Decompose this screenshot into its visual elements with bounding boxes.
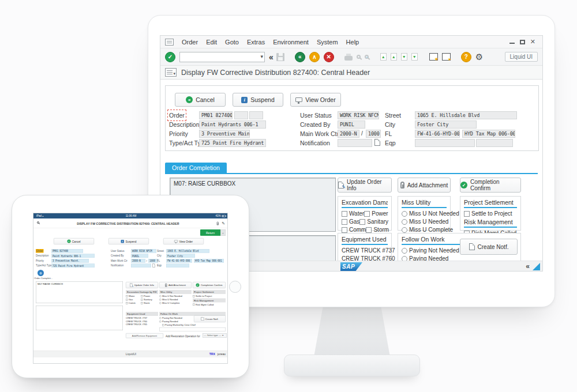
enter-icon[interactable]: ✓ xyxy=(165,52,175,62)
notification-doc-icon[interactable] xyxy=(152,264,155,267)
view-order-button[interactable]: View Order xyxy=(163,238,204,244)
checkbox-sanitary[interactable]: Sanitary xyxy=(359,218,388,225)
exit-icon[interactable]: ∧ xyxy=(309,52,320,62)
last-page-icon[interactable]: ▼ xyxy=(411,53,418,61)
user-status-field[interactable]: WORK RISK NFCM xyxy=(338,111,379,119)
radio-miss-u-complete[interactable]: Miss U Complete xyxy=(402,227,453,233)
city-field[interactable]: Foster City xyxy=(415,120,477,129)
menu-order[interactable]: Order xyxy=(182,39,198,46)
shortcut-icon[interactable]: ▸ xyxy=(442,53,451,61)
type-act-field[interactable]: 725 Paint Fire Hydrant xyxy=(51,264,95,268)
menu-environment[interactable]: Environment xyxy=(273,39,309,46)
menu-help[interactable]: Help xyxy=(346,39,359,46)
eqp-field-2[interactable] xyxy=(476,139,513,147)
cancel-button[interactable]: « Cancel xyxy=(54,238,94,244)
created-by-field[interactable]: PUNIL xyxy=(338,120,365,129)
created-by-field[interactable]: PUNIL xyxy=(131,254,148,258)
print-icon[interactable] xyxy=(344,56,353,61)
minimize-icon[interactable] xyxy=(509,39,515,44)
checkbox-comm[interactable]: Comm xyxy=(126,302,141,305)
main-work-ctr-field[interactable]: 2000-N xyxy=(131,259,145,263)
menu-system[interactable]: System xyxy=(317,39,338,46)
home-button[interactable] xyxy=(229,281,241,293)
checkbox-power[interactable]: Power xyxy=(364,210,388,217)
priority-field[interactable]: 3 Preventive Maint. xyxy=(199,130,250,138)
checkbox-sanitary[interactable]: Sanitary xyxy=(141,299,152,301)
pencil-icon[interactable]: ✎ xyxy=(222,221,225,226)
fl-field-1[interactable]: FW-41-66-HYD-006 xyxy=(166,259,192,263)
add-attachment-button[interactable]: Add Attachment xyxy=(398,178,451,193)
fl-field-2[interactable]: HYD Tax Map 006-001 xyxy=(194,259,224,263)
cancel-button[interactable]: « Cancel xyxy=(175,93,226,107)
type-act-field[interactable]: 725 Paint Fire Hydrant xyxy=(199,139,266,147)
checkbox-water[interactable]: Water xyxy=(342,210,364,217)
maximize-icon[interactable] xyxy=(520,40,525,44)
suspend-button[interactable]: i Suspend xyxy=(233,93,283,107)
checkbox-storm[interactable]: Storm xyxy=(366,227,389,233)
paperclip-icon[interactable] xyxy=(217,222,219,225)
menu-edit[interactable]: Edit xyxy=(206,39,217,46)
tab-order-completion[interactable]: ⚙ xyxy=(38,270,44,276)
resize-grip-icon[interactable] xyxy=(533,263,540,270)
order-extra-field-2[interactable] xyxy=(249,111,263,119)
screen-menu-icon[interactable]: ▾ xyxy=(165,68,177,77)
return-button[interactable]: Return xyxy=(200,229,220,236)
back-icon[interactable]: « xyxy=(295,52,305,62)
first-page-icon[interactable]: ▲ xyxy=(380,53,387,61)
checkbox-gas[interactable]: Gas xyxy=(342,218,359,225)
add-remove-equipment-button[interactable]: Add/Remove Equipment xyxy=(126,333,163,338)
search-icon[interactable] xyxy=(37,221,39,224)
close-icon[interactable]: ✕ xyxy=(530,39,535,44)
checkbox-water[interactable]: Water xyxy=(126,295,141,298)
notification-field[interactable] xyxy=(131,264,151,268)
update-order-info-button[interactable]: ✎ Update Order Info xyxy=(338,178,392,193)
user-status-field[interactable]: WORK RISK NFCM xyxy=(131,249,156,253)
checkbox-risk-mgmt-called[interactable]: Risk Mgmt Called xyxy=(193,303,213,306)
order-extra-field-1[interactable] xyxy=(234,111,248,119)
checkbox-settle-to-project[interactable]: Settle to Project xyxy=(464,210,512,217)
new-session-icon[interactable]: ★ xyxy=(429,53,438,61)
find-icon[interactable] xyxy=(357,55,361,59)
gear-icon[interactable]: ⚙ xyxy=(475,52,483,61)
priority-field[interactable]: 3 Preventive Maint. xyxy=(51,259,89,263)
return-chevron-icon[interactable]: ‹ xyxy=(220,229,226,236)
liquid-ui-badge[interactable]: Liquid UI xyxy=(505,52,538,62)
checkbox-power[interactable]: Power xyxy=(141,295,150,298)
page-down-icon[interactable]: ▼ xyxy=(401,53,407,61)
notification-doc-icon[interactable] xyxy=(374,139,380,146)
radio-miss-u-not-needed[interactable]: Miss U Not Needed xyxy=(159,295,182,298)
checkbox-comm[interactable]: Comm xyxy=(342,227,366,233)
secondary-note-box[interactable] xyxy=(36,306,123,330)
order-field[interactable]: PM01 827400 xyxy=(199,111,233,119)
fl-field-2[interactable]: HYD Tax Map 006-001 xyxy=(462,130,515,138)
notification-field[interactable] xyxy=(338,139,372,147)
main-work-ctr-field-2[interactable]: 1000 xyxy=(366,130,381,138)
select-type-dropdown[interactable]: ---- Select type ---- ▾ xyxy=(203,333,227,338)
completion-confirm-button[interactable]: ✓ Completion Confirm xyxy=(460,178,521,193)
radio-paving-not-needed[interactable]: Paving Not Needed xyxy=(402,247,459,254)
street-field[interactable]: 1065 E. Hillsdale Blvd xyxy=(166,249,209,253)
checkbox-storm[interactable]: Storm xyxy=(141,302,150,305)
create-notf-button[interactable]: Create Notf. xyxy=(194,315,226,322)
eqp-field-1[interactable] xyxy=(415,139,475,147)
page-up-icon[interactable]: ▲ xyxy=(391,53,397,61)
street-field[interactable]: 1065 E. Hillsdale Blvd xyxy=(415,111,517,119)
completion-confirm-button[interactable]: ✓ Completion Confirm xyxy=(193,282,226,288)
description-field[interactable]: Paint Hydrants 006-1 xyxy=(199,120,266,129)
menu-goto[interactable]: Goto xyxy=(225,39,239,46)
order-field[interactable]: PM01 827400 xyxy=(51,249,83,253)
command-field[interactable]: ▾ xyxy=(179,52,265,62)
city-field[interactable]: Foster City xyxy=(166,254,195,258)
suspend-button[interactable]: i Suspend xyxy=(108,238,149,244)
restoration-text-input[interactable] xyxy=(159,327,226,331)
completion-note-box[interactable]: M07 RAISE CURBBOX xyxy=(36,281,123,303)
system-menu-icon[interactable] xyxy=(165,39,174,46)
checkbox-gas[interactable]: Gas xyxy=(126,299,141,301)
radio-miss-u-not-needed[interactable]: Miss U Not Needed xyxy=(402,210,459,217)
radio-paving-needed[interactable]: Paving Needed xyxy=(402,255,448,261)
collapse-toolbar-icon[interactable]: « xyxy=(269,52,272,62)
radio-paving-needed[interactable]: Paving Needed xyxy=(159,321,178,323)
statusbar-collapse-icon[interactable]: « xyxy=(526,262,530,270)
save-icon[interactable] xyxy=(276,53,284,61)
radio-paving-not-needed[interactable]: Paving Not Needed xyxy=(159,317,182,320)
